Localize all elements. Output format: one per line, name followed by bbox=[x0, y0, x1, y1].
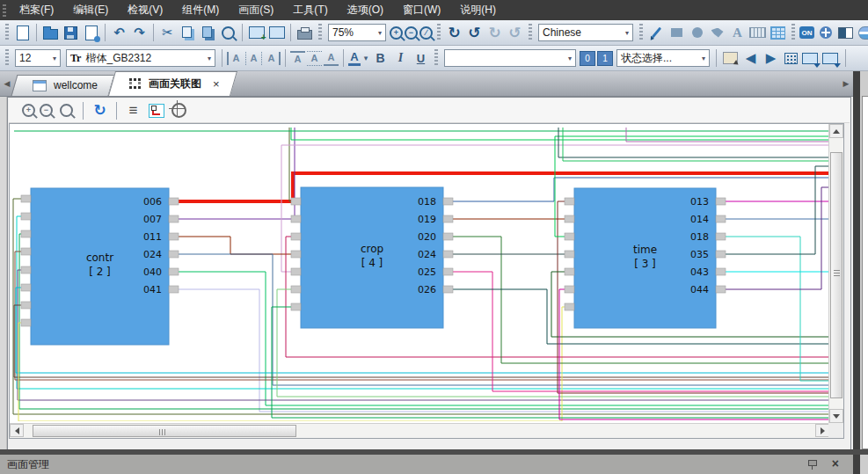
input-pin[interactable] bbox=[565, 286, 574, 293]
state-1-button[interactable]: 1 bbox=[597, 51, 613, 66]
zoom-out-icon[interactable]: − bbox=[405, 26, 418, 40]
text-tool-icon[interactable]: A bbox=[728, 24, 747, 42]
output-pin[interactable] bbox=[169, 233, 179, 240]
input-pin[interactable] bbox=[21, 213, 31, 220]
redo-icon[interactable]: ↷ bbox=[130, 24, 149, 42]
new-document-icon[interactable] bbox=[13, 24, 32, 42]
save-icon[interactable] bbox=[62, 24, 80, 42]
locate-icon[interactable] bbox=[170, 101, 188, 120]
input-pin[interactable] bbox=[565, 198, 574, 205]
input-pin[interactable] bbox=[565, 251, 574, 258]
input-pin[interactable] bbox=[291, 233, 301, 240]
empty-select[interactable]: ▾ bbox=[444, 49, 576, 67]
zoom-in-icon[interactable]: + bbox=[22, 104, 35, 117]
open-screen-icon[interactable] bbox=[267, 24, 286, 42]
scroll-left-icon[interactable] bbox=[10, 424, 24, 437]
input-pin[interactable] bbox=[21, 195, 31, 202]
valign-bottom-icon[interactable]: A bbox=[324, 51, 339, 66]
rotate-cw-icon[interactable]: ↻ bbox=[445, 24, 463, 42]
valign-top-icon[interactable]: A bbox=[290, 51, 305, 66]
halign-left-icon[interactable]: A bbox=[227, 52, 244, 65]
output-pin[interactable] bbox=[443, 268, 453, 275]
input-pin[interactable] bbox=[21, 230, 31, 237]
menu-item-5[interactable]: 工具(T) bbox=[283, 0, 337, 20]
output-pin[interactable] bbox=[169, 286, 179, 293]
input-pin[interactable] bbox=[565, 268, 574, 275]
tab-screen-relation-diagram[interactable]: 画面关联图 × bbox=[112, 71, 234, 96]
panel-close-icon[interactable]: × bbox=[832, 456, 839, 470]
vertical-scrollbar-thumb[interactable] bbox=[830, 152, 842, 398]
rotate-cw-disabled-icon[interactable]: ↻ bbox=[485, 24, 504, 42]
screen-block-contr[interactable]: 006007011024040041contr[ 2 ] bbox=[21, 188, 179, 345]
output-pin[interactable] bbox=[716, 215, 726, 222]
menu-item-7[interactable]: 窗口(W) bbox=[393, 0, 450, 20]
dots-grid-icon[interactable] bbox=[782, 49, 800, 68]
state-select[interactable]: 状态选择...▾ bbox=[616, 49, 710, 67]
route-view-icon[interactable] bbox=[147, 101, 165, 120]
monitor-export-icon[interactable] bbox=[802, 49, 821, 68]
tab-wellcome[interactable]: wellcome bbox=[14, 75, 112, 96]
font-color-icon[interactable]: A bbox=[348, 50, 361, 66]
output-pin[interactable] bbox=[443, 215, 453, 222]
add-document-icon[interactable] bbox=[82, 24, 100, 42]
input-pin[interactable] bbox=[291, 286, 301, 293]
halign-center-icon[interactable]: A bbox=[245, 52, 262, 65]
menu-item-3[interactable]: 组件(M) bbox=[172, 0, 229, 20]
output-pin[interactable] bbox=[169, 251, 179, 258]
vertical-scrollbar[interactable] bbox=[828, 124, 843, 423]
polygon-tool-icon[interactable] bbox=[708, 24, 726, 42]
menu-item-8[interactable]: 说明(H) bbox=[450, 0, 506, 20]
horizontal-scrollbar-thumb[interactable] bbox=[33, 425, 296, 437]
find-icon[interactable] bbox=[219, 24, 237, 42]
ellipse-tool-icon[interactable] bbox=[688, 24, 706, 42]
zoom-out-icon[interactable]: − bbox=[40, 104, 53, 117]
output-pin[interactable] bbox=[716, 251, 726, 258]
zoom-icon[interactable] bbox=[57, 101, 76, 120]
tab-close-icon[interactable]: × bbox=[213, 77, 220, 91]
print-icon[interactable] bbox=[295, 24, 314, 42]
output-pin[interactable] bbox=[443, 233, 453, 240]
input-pin[interactable] bbox=[291, 198, 301, 205]
open-file-icon[interactable] bbox=[41, 24, 60, 42]
state-0-button[interactable]: 0 bbox=[580, 51, 595, 66]
horizontal-scrollbar[interactable] bbox=[10, 423, 829, 438]
input-pin[interactable] bbox=[21, 284, 31, 291]
tab-scroll-right-icon[interactable]: ▶ bbox=[839, 75, 853, 92]
input-pin[interactable] bbox=[21, 248, 31, 255]
screen-block-crop[interactable]: 018019020024025026crop[ 4 ] bbox=[291, 187, 453, 328]
monitor-apply-icon[interactable] bbox=[822, 49, 841, 68]
input-pin[interactable] bbox=[21, 266, 31, 273]
input-pin[interactable] bbox=[565, 303, 574, 310]
output-pin[interactable] bbox=[169, 215, 179, 222]
input-pin[interactable] bbox=[291, 215, 301, 222]
output-pin[interactable] bbox=[716, 233, 726, 240]
input-pin[interactable] bbox=[565, 233, 574, 240]
font-family-select[interactable]: Tr楷体_GB2312▾ bbox=[66, 49, 215, 67]
fan-widget-icon[interactable] bbox=[816, 24, 835, 42]
auto-hide-pin-icon[interactable] bbox=[807, 459, 816, 470]
menu-item-1[interactable]: 编辑(E) bbox=[63, 0, 118, 20]
grid-tool-icon[interactable] bbox=[769, 24, 787, 42]
input-pin[interactable] bbox=[21, 319, 31, 326]
output-pin[interactable] bbox=[443, 198, 453, 205]
prev-screen-icon[interactable]: ◀ bbox=[741, 49, 760, 68]
zoom-cancel-icon[interactable]: ∕ bbox=[419, 26, 433, 40]
paste-icon[interactable] bbox=[199, 24, 217, 42]
menu-item-6[interactable]: 选项(O) bbox=[338, 0, 393, 20]
scale-tool-icon[interactable] bbox=[748, 24, 767, 42]
undo-icon[interactable]: ↶ bbox=[110, 24, 128, 42]
rotate-ccw-icon[interactable]: ↺ bbox=[465, 24, 484, 42]
output-pin[interactable] bbox=[169, 198, 179, 205]
scroll-down-icon[interactable] bbox=[829, 409, 843, 423]
font-size-select[interactable]: 12▾ bbox=[15, 49, 61, 67]
output-pin[interactable] bbox=[443, 286, 453, 293]
language-select[interactable]: Chinese▾ bbox=[538, 24, 633, 41]
output-pin[interactable] bbox=[716, 286, 726, 293]
input-pin[interactable] bbox=[291, 268, 301, 275]
refresh-icon[interactable]: ↻ bbox=[91, 101, 109, 120]
output-pin[interactable] bbox=[169, 268, 179, 275]
rectangle-tool-icon[interactable] bbox=[667, 24, 686, 42]
on-button-widget-icon[interactable]: ON bbox=[799, 26, 814, 39]
screen-block-time[interactable]: 013014018035043044time[ 3 ] bbox=[565, 188, 726, 328]
zoom-level-select[interactable]: 75%▾ bbox=[328, 24, 386, 41]
